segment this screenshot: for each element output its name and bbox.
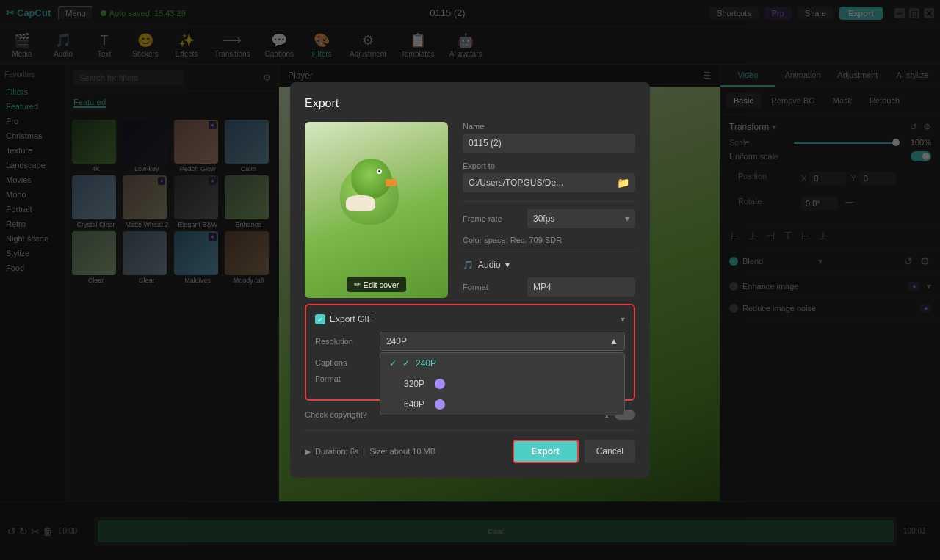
audio-icon: 🎵	[463, 260, 474, 270]
edit-icon: ✏	[354, 280, 361, 289]
cover-image: ✏ Edit cover	[305, 122, 448, 298]
modal-cover: ✏ Edit cover	[305, 122, 448, 298]
edit-cover-button[interactable]: ✏ Edit cover	[347, 277, 407, 292]
cover-bird	[333, 159, 421, 261]
cancel-button[interactable]: Cancel	[585, 440, 635, 463]
resolution-select[interactable]: 240P ▲	[380, 332, 625, 351]
resolution-row: Resolution 240P ▲ ✓ 240P 32	[315, 332, 625, 351]
format-row: Format MP4	[463, 277, 635, 297]
export-modal: Export ✏ Edit cover	[290, 82, 650, 478]
duration-label: Duration: 6s	[315, 447, 358, 456]
modal-fields: Name Export to C:/Users/TOPGUS/De... 📁 F…	[463, 122, 635, 304]
format-select[interactable]: MP4	[527, 277, 635, 297]
modal-footer: ▶ Duration: 6s | Size: about 10 MB Expor…	[305, 430, 635, 463]
cover-bird-head	[351, 159, 391, 199]
check-icon-240p: ✓	[402, 358, 410, 368]
format-select-container: MP4	[527, 277, 635, 297]
frame-rate-select-container: 30fps ▾	[527, 209, 635, 228]
export-to-field-row: Export to C:/Users/TOPGUS/De... 📁	[463, 161, 635, 192]
format2-label: Format	[315, 374, 374, 383]
name-field-row: Name	[463, 122, 635, 153]
pro-badge-640p	[435, 399, 445, 410]
export-gif-header: ✓ Export GIF ▾	[315, 314, 625, 324]
captions-label: Captions	[315, 358, 374, 367]
size-label: Size: about 10 MB	[369, 447, 435, 456]
resolution-dropdown-menu: ✓ 240P 320P 640P	[380, 352, 625, 415]
resolution-label: Resolution	[315, 337, 374, 346]
resolution-dropdown-container: 240P ▲ ✓ 240P 320P	[380, 332, 625, 351]
gif-checkbox[interactable]: ✓	[315, 314, 325, 324]
folder-icon[interactable]: 📁	[617, 177, 629, 189]
resolution-option-320p[interactable]: 320P	[380, 374, 624, 394]
name-label: Name	[463, 122, 635, 131]
export-to-label: Export to	[463, 161, 635, 170]
export-button[interactable]: Export	[513, 440, 579, 463]
modal-title: Export	[305, 97, 635, 110]
audio-section[interactable]: 🎵 Audio ▾	[463, 260, 635, 270]
format-label: Format	[463, 283, 521, 291]
name-input[interactable]	[463, 134, 635, 153]
video-icon: ▶	[305, 447, 311, 457]
option-640p-label: 640P	[404, 399, 424, 410]
resolution-arrow: ▲	[610, 336, 618, 346]
cover-bird-throat	[346, 195, 375, 211]
resolution-option-240p[interactable]: ✓ 240P	[380, 353, 624, 374]
divider2	[463, 252, 635, 252]
frame-rate-row: Frame rate 30fps ▾	[463, 209, 635, 228]
export-gif-section: ✓ Export GIF ▾ Resolution 240P ▲ ✓ 240P	[305, 304, 635, 401]
footer-info: ▶ Duration: 6s | Size: about 10 MB	[305, 447, 435, 457]
resolution-value: 240P	[386, 336, 407, 346]
option-320p-label: 320P	[404, 379, 424, 389]
color-space-label: Color space: Rec. 709 SDR	[463, 236, 635, 244]
divider1	[463, 201, 635, 202]
cover-bird-beak	[386, 179, 397, 186]
export-gif-label: Export GIF	[330, 314, 372, 324]
option-240p-label: 240P	[416, 358, 436, 368]
gif-dropdown-arrow[interactable]: ▾	[621, 314, 625, 324]
footer-actions: Export Cancel	[513, 440, 635, 463]
frame-rate-select[interactable]: 30fps	[527, 209, 635, 228]
cover-bird-eye	[377, 169, 382, 174]
audio-dropdown-icon: ▾	[505, 260, 510, 270]
export-to-input-group: C:/Users/TOPGUS/De... 📁	[463, 173, 635, 192]
modal-body: ✏ Edit cover Name Export to C:/Users/TOP…	[305, 122, 635, 304]
frame-rate-label: Frame rate	[463, 214, 521, 223]
pro-badge-320p	[435, 379, 445, 389]
separator: |	[363, 447, 365, 456]
export-to-value: C:/Users/TOPGUS/De...	[469, 173, 614, 192]
audio-label: Audio	[478, 260, 501, 270]
modal-overlay: Export ✏ Edit cover	[0, 0, 940, 560]
resolution-option-640p[interactable]: 640P	[380, 394, 624, 415]
